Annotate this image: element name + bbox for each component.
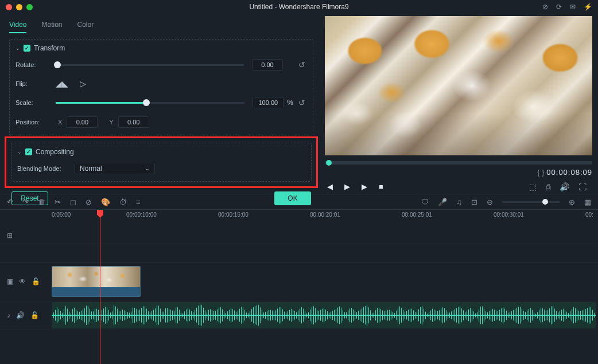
transform-label: Transform [34,44,65,52]
window-title: Untitled - Wondershare Filmora9 [249,3,348,11]
blending-mode-select[interactable]: Normal ⌄ [75,163,155,174]
preview-panel: { } 00:00:08:09 ◀ ▶ ▶ ■ ⬚ ⎙ 🔊 ⛶ [323,14,598,194]
blending-value: Normal [80,165,102,173]
color-icon[interactable]: 🎨 [101,198,110,206]
video-track: ▣ 👁 🔓 Snapshot 2018-12-29 10.52.0 [0,263,598,300]
cut-icon[interactable]: ✂ [55,198,61,206]
position-x-input[interactable]: 0.00 [67,116,98,128]
ruler-time: 00:00:15:00 [218,212,248,218]
transform-checkbox[interactable]: ✓ [24,45,30,52]
empty-track [0,330,598,358]
render-icon[interactable]: ⬚ [529,182,537,191]
stop-button[interactable]: ■ [379,182,383,191]
ruler-time: 00: [585,212,593,218]
timecode-display: 00:00:08:09 [546,168,592,177]
timeline: 0:05:00 00:00:10:00 00:00:15:00 00:00:20… [0,210,598,358]
transform-section: ⌄ ✓ Transform Rotate: 0.00 ↺ Flip: ◢◣ ▷ … [9,39,313,135]
video-clip[interactable]: Snapshot 2018-12-29 10.52.0 [52,266,141,297]
audio-track-body[interactable] [46,300,598,330]
timer-icon[interactable]: ⏱ [119,198,127,206]
visibility-icon[interactable]: 👁 [19,277,26,285]
delete-icon[interactable]: 🗑 [38,198,45,206]
mute-icon[interactable]: 🔊 [16,311,25,319]
cart-icon[interactable]: ⟳ [556,3,562,11]
lock-icon[interactable]: 🔓 [30,311,39,319]
zoom-in-icon[interactable]: ⊕ [569,198,575,206]
lock-icon[interactable]: 🔓 [32,277,40,285]
scale-reset-icon[interactable]: ↺ [297,98,307,107]
window-minimize-button[interactable] [16,4,22,10]
audio-clip[interactable] [52,302,596,328]
mark-in-icon[interactable]: { [537,169,539,177]
snapshot-icon[interactable]: ⎙ [546,182,550,191]
audio-track: ♪ 🔊 🔓 [0,300,598,330]
crop-icon[interactable]: ◻ [70,198,76,206]
blending-label: Blending Mode: [17,165,75,172]
bolt-icon[interactable]: ⚡ [584,3,592,11]
compositing-label: Compositing [36,148,74,156]
ok-button[interactable]: OK [274,191,311,205]
flip-vertical-button[interactable]: ▷ [76,79,89,89]
rotate-slider[interactable] [56,64,244,66]
rotate-label: Rotate: [15,61,56,68]
flip-label: Flip: [15,80,56,87]
mixer-icon[interactable]: ♫ [456,198,462,206]
rotate-input[interactable]: 0.00 [252,59,283,71]
zoom-out-icon[interactable]: ⊖ [487,198,493,206]
window-maximize-button[interactable] [26,4,33,10]
grid-icon[interactable]: ▦ [584,198,591,206]
ruler-time: 00:00:25:01 [402,212,432,218]
collapse-icon[interactable]: ⌄ [17,149,22,155]
properties-panel: Video Motion Color ⌄ ✓ Transform Rotate:… [0,14,323,194]
ruler-time: 00:00:10:00 [126,212,157,218]
add-track-icon[interactable]: ⊞ [7,232,13,240]
prev-frame-button[interactable]: ◀ [327,182,333,191]
redo-icon[interactable]: ↷ [22,198,29,206]
mark-out-icon[interactable]: } [542,169,544,177]
compositing-section: ⌄ ✓ Compositing Blending Mode: Normal ⌄ [11,143,312,182]
scale-slider[interactable] [56,102,244,104]
tab-video[interactable]: Video [9,21,26,33]
y-label: Y [109,119,113,126]
compositing-checkbox[interactable]: ✓ [25,148,32,155]
fit-icon[interactable]: ⊡ [471,198,477,206]
undo-icon[interactable]: ↶ [7,198,13,206]
ruler-time: 00:00:20:01 [310,212,340,218]
chevron-down-icon: ⌄ [145,166,150,171]
playhead[interactable] [100,210,100,364]
video-track-icon: ▣ [7,277,13,285]
volume-icon[interactable]: 🔊 [560,182,569,191]
collapse-icon[interactable]: ⌄ [15,45,20,51]
scale-unit: % [287,99,293,107]
speed-icon[interactable]: ⊘ [86,198,92,206]
x-label: X [58,119,62,126]
position-y-input[interactable]: 0.00 [118,116,149,128]
window-close-button[interactable] [6,4,12,10]
ruler-time: 0:05:00 [52,212,71,218]
rotate-reset-icon[interactable]: ↺ [297,60,307,69]
zoom-slider[interactable] [502,201,560,203]
tab-motion[interactable]: Motion [41,21,62,33]
preview-scrubber[interactable] [325,161,592,165]
titlebar: Untitled - Wondershare Filmora9 ⊘ ⟳ ✉ ⚡ [0,0,598,14]
video-preview[interactable] [325,16,592,155]
audio-track-icon: ♪ [7,311,10,319]
mail-icon[interactable]: ✉ [570,3,576,11]
play-button[interactable]: ▶ [344,182,350,191]
position-label: Position: [15,119,56,126]
next-frame-button[interactable]: ▶ [362,182,367,191]
settings-icon[interactable]: ≡ [136,198,141,206]
flip-horizontal-button[interactable]: ◢◣ [56,79,68,89]
spacer-track [0,244,598,263]
scale-input[interactable]: 100.00 [253,97,284,108]
scale-label: Scale: [15,99,56,106]
ruler-time: 00:00:30:01 [494,212,524,218]
timeline-ruler[interactable]: 0:05:00 00:00:10:00 00:00:15:00 00:00:20… [0,210,598,227]
video-track-body[interactable]: Snapshot 2018-12-29 10.52.0 [46,263,598,300]
add-track-row: ⊞ [0,227,598,244]
mic-icon[interactable]: 🎤 [438,198,447,206]
user-icon[interactable]: ⊘ [542,3,548,11]
tab-color[interactable]: Color [77,21,94,33]
shield-icon[interactable]: 🛡 [421,198,429,206]
fullscreen-icon[interactable]: ⛶ [578,182,587,191]
